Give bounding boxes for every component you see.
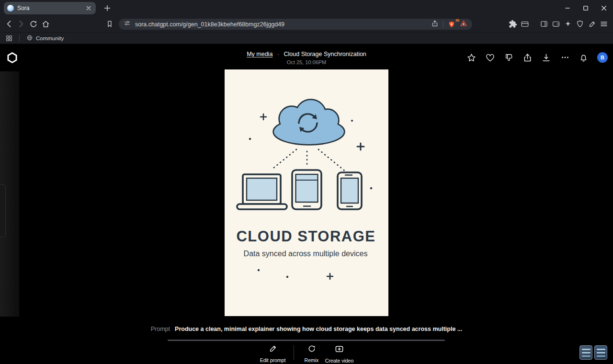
create-video-icon — [335, 344, 344, 355]
footer-actions: Edit prompt Remix Create video — [0, 344, 613, 364]
poster-subtitle: Data synced across multiple devices — [244, 250, 368, 258]
address-divider — [443, 21, 443, 28]
tab-title: Sora — [17, 5, 81, 11]
mini-thumbnails — [579, 345, 607, 360]
prompt-row: Prompt Produce a clean, minimal explaine… — [0, 326, 613, 332]
apps-grid-icon[interactable] — [3, 34, 15, 43]
minimize-button[interactable] — [558, 0, 577, 16]
bookmark-community[interactable]: Community — [23, 34, 67, 43]
menu-icon[interactable] — [598, 18, 610, 30]
remix-label: Remix — [305, 357, 319, 363]
mini-thumbnail-1[interactable] — [579, 345, 592, 360]
breadcrumb-separator: · — [277, 51, 279, 57]
extensions-icon[interactable] — [507, 18, 519, 30]
footer-divider — [294, 345, 294, 360]
window-controls — [558, 0, 613, 16]
generated-image: CLOUD STORAGE Data synced across multipl… — [225, 69, 388, 316]
brave-shield-icon[interactable]: 30 — [448, 21, 455, 28]
edit-toolbar-icon[interactable] — [586, 18, 598, 30]
close-button[interactable] — [595, 0, 613, 16]
new-tab-button[interactable] — [102, 3, 113, 13]
remix-loop-icon — [307, 344, 316, 355]
edit-prompt-button[interactable]: Edit prompt — [257, 344, 289, 363]
create-video-label: Create video — [325, 358, 354, 364]
leo-sparkle-icon[interactable] — [562, 18, 574, 30]
previous-media-item[interactable] — [0, 71, 19, 317]
shield-badge: 30 — [455, 18, 459, 23]
media-actions: B — [466, 52, 608, 63]
download-icon[interactable] — [541, 53, 551, 63]
prompt-scrollbar[interactable] — [168, 340, 445, 341]
poster-title: CLOUD STORAGE — [236, 228, 375, 245]
edit-prompt-label: Edit prompt — [260, 357, 286, 363]
prompt-label: Prompt — [151, 326, 170, 332]
maximize-button[interactable] — [577, 0, 595, 16]
reload-button[interactable] — [27, 18, 39, 30]
more-options-icon[interactable] — [560, 53, 570, 63]
forward-button[interactable] — [15, 18, 27, 30]
dislike-thumbs-down-icon[interactable] — [504, 53, 514, 63]
tab-close-icon[interactable] — [84, 4, 92, 12]
remix-button[interactable]: Remix — [301, 344, 323, 363]
user-avatar[interactable]: B — [597, 52, 608, 63]
bookmarks-bar: Community — [0, 33, 613, 44]
upload-share-icon[interactable] — [522, 53, 533, 63]
titlebar: Sora — [0, 0, 613, 16]
breadcrumb-my-media[interactable]: My media — [247, 51, 272, 57]
home-button[interactable] — [39, 18, 52, 30]
globe-icon — [26, 34, 33, 42]
privacy-shield-icon[interactable] — [574, 18, 586, 30]
like-heart-icon[interactable] — [485, 53, 495, 63]
edit-pencil-icon — [269, 344, 277, 355]
share-icon[interactable] — [431, 20, 439, 29]
tablet-icon — [292, 170, 321, 209]
bookmarks-divider — [19, 35, 20, 42]
site-settings-icon[interactable] — [124, 20, 131, 29]
create-video-button[interactable]: Create video — [323, 344, 356, 364]
laptop-icon — [237, 174, 287, 209]
sora-page: My media · Cloud Storage Synchronization… — [0, 44, 613, 364]
page-title: Cloud Storage Synchronization — [284, 51, 366, 57]
prompt-text: Produce a clean, minimal explainer showi… — [175, 326, 462, 332]
sidebar-icon[interactable] — [538, 18, 550, 30]
card-icon[interactable] — [519, 18, 531, 30]
bookmark-icon[interactable] — [103, 18, 116, 30]
browser-window: Sora — [0, 0, 613, 364]
sora-favicon-icon — [7, 5, 14, 11]
navigation-toolbar: sora.chatgpt.com/g/gen_01k8e3kbehef68bmg… — [0, 16, 613, 33]
brave-rewards-icon[interactable] — [460, 20, 467, 29]
back-button[interactable] — [3, 18, 15, 30]
browser-tab[interactable]: Sora — [4, 2, 96, 14]
wallet-icon[interactable] — [550, 18, 562, 30]
previous-media-thumbnail — [0, 184, 6, 237]
phone-icon — [338, 172, 362, 209]
mini-thumbnail-2[interactable] — [594, 345, 607, 360]
notifications-bell-icon[interactable] — [579, 53, 589, 63]
bookmark-label: Community — [36, 35, 64, 41]
url-text: sora.chatgpt.com/g/gen_01k8e3kbehef68bmg… — [135, 21, 427, 28]
favorite-star-icon[interactable] — [466, 53, 477, 63]
address-bar[interactable]: sora.chatgpt.com/g/gen_01k8e3kbehef68bmg… — [119, 19, 472, 30]
